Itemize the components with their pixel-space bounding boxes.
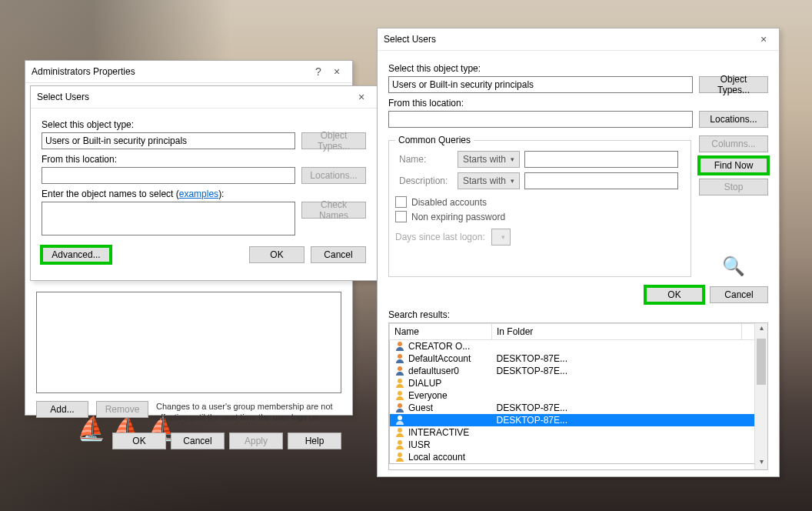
table-row[interactable]: DESKTOP-87E... xyxy=(390,414,767,426)
scroll-up-icon[interactable]: ▴ xyxy=(755,323,767,336)
table-row[interactable]: CREATOR O... xyxy=(390,340,767,353)
search-results-list[interactable]: Name In Folder CREATOR O...DefaultAccoun… xyxy=(388,322,768,470)
non-expiring-label: Non expiring password xyxy=(411,212,505,222)
result-folder xyxy=(492,451,742,464)
svg-point-5 xyxy=(398,403,402,408)
group-icon xyxy=(394,452,405,463)
select-users-dialog: Select Users × Select this object type: … xyxy=(30,85,378,281)
user-icon xyxy=(394,415,405,426)
object-type-input[interactable] xyxy=(388,76,693,93)
cancel-button[interactable]: Cancel xyxy=(311,246,366,263)
add-button[interactable]: Add... xyxy=(36,401,88,418)
check-names-button[interactable]: Check Names xyxy=(301,202,366,219)
object-names-textarea[interactable] xyxy=(42,202,295,235)
from-location-label: From this location: xyxy=(42,154,366,165)
result-name: Local account xyxy=(408,452,465,463)
result-folder: DESKTOP-87E... xyxy=(492,352,742,365)
locations-button[interactable]: Locations... xyxy=(699,111,768,128)
remove-button[interactable]: Remove xyxy=(96,401,148,418)
scroll-thumb[interactable] xyxy=(757,339,766,385)
user-icon xyxy=(394,402,405,413)
from-location-input[interactable] xyxy=(388,111,693,128)
table-row[interactable]: INTERACTIVE xyxy=(390,426,767,439)
examples-link[interactable]: examples xyxy=(179,189,218,199)
search-results-label: Search results: xyxy=(388,309,768,320)
svg-point-9 xyxy=(398,453,402,457)
object-types-button[interactable]: Object Types... xyxy=(699,76,768,93)
disabled-accounts-label: Disabled accounts xyxy=(411,197,487,208)
svg-point-0 xyxy=(398,342,402,346)
svg-point-6 xyxy=(398,416,402,420)
non-expiring-checkbox[interactable] xyxy=(395,211,407,222)
close-button[interactable]: × xyxy=(754,33,773,45)
apply-button[interactable]: Apply xyxy=(229,433,283,449)
ok-button[interactable]: OK xyxy=(249,246,304,263)
scrollbar[interactable]: ▴ ▾ xyxy=(754,323,767,469)
ok-button[interactable]: OK xyxy=(112,433,166,449)
table-row[interactable]: IUSR xyxy=(390,439,767,451)
name-match-dropdown[interactable]: Starts with▾ xyxy=(458,151,520,168)
scroll-down-icon[interactable]: ▾ xyxy=(755,457,767,469)
table-row[interactable]: Everyone xyxy=(390,389,767,402)
user-icon xyxy=(394,341,405,352)
find-now-button[interactable]: Find Now xyxy=(699,157,768,174)
table-row[interactable]: defaultuser0DESKTOP-87E... xyxy=(390,365,767,377)
description-label: Description: xyxy=(398,172,454,190)
column-header-name[interactable]: Name xyxy=(390,324,492,340)
name-filter-input[interactable] xyxy=(524,151,678,168)
result-folder xyxy=(492,340,742,353)
object-type-label: Select this object type: xyxy=(388,63,768,74)
column-header-folder[interactable]: In Folder xyxy=(492,324,742,340)
window-title: Administrators Properties xyxy=(32,66,135,77)
cancel-button[interactable]: Cancel xyxy=(710,286,768,303)
result-folder xyxy=(492,389,742,402)
result-name: INTERACTIVE xyxy=(408,427,469,438)
result-name: IUSR xyxy=(408,439,431,450)
advanced-button[interactable]: Advanced... xyxy=(42,246,111,263)
description-filter-input[interactable] xyxy=(524,172,678,189)
result-name: CREATOR O... xyxy=(408,341,470,352)
columns-button[interactable]: Columns... xyxy=(699,135,768,152)
object-types-button[interactable]: Object Types... xyxy=(301,132,366,149)
close-button[interactable]: × xyxy=(328,65,346,78)
titlebar[interactable]: Select Users × xyxy=(378,28,779,51)
object-type-label: Select this object type: xyxy=(42,119,366,130)
days-since-dropdown: ▾ xyxy=(491,229,511,245)
result-name: Everyone xyxy=(408,390,448,401)
group-icon xyxy=(394,378,405,389)
members-listbox[interactable] xyxy=(36,292,341,393)
result-name: Guest xyxy=(408,402,433,413)
days-since-label: Days since last logon: xyxy=(395,232,485,242)
result-folder: DESKTOP-87E... xyxy=(492,402,742,414)
help-button[interactable]: ? xyxy=(309,65,328,78)
close-button[interactable]: × xyxy=(352,91,371,103)
stop-button[interactable]: Stop xyxy=(699,179,768,195)
svg-point-8 xyxy=(398,440,402,445)
from-location-input[interactable] xyxy=(42,167,295,184)
user-icon xyxy=(394,353,405,364)
result-folder xyxy=(492,439,742,451)
membership-note: Changes to a user's group membership are… xyxy=(156,401,341,423)
titlebar[interactable]: Select Users × xyxy=(31,86,377,109)
object-type-input[interactable] xyxy=(42,132,295,149)
administrators-properties-window: Administrators Properties ? × Select Use… xyxy=(25,60,353,416)
group-icon xyxy=(394,427,405,438)
svg-point-7 xyxy=(398,428,402,433)
user-icon xyxy=(394,366,405,376)
titlebar[interactable]: Administrators Properties ? × xyxy=(25,61,352,83)
ok-button[interactable]: OK xyxy=(645,286,704,303)
search-icon: 🔍 xyxy=(699,256,768,277)
help-button[interactable]: Help xyxy=(288,433,341,449)
table-row[interactable]: GuestDESKTOP-87E... xyxy=(390,402,767,414)
table-row[interactable]: DIALUP xyxy=(390,377,767,389)
result-folder: DESKTOP-87E... xyxy=(492,414,742,426)
table-row[interactable]: Local account xyxy=(390,451,767,464)
disabled-accounts-checkbox[interactable] xyxy=(395,196,407,208)
result-name: DefaultAccount xyxy=(408,353,471,364)
cancel-button[interactable]: Cancel xyxy=(171,433,225,449)
description-match-dropdown[interactable]: Starts with▾ xyxy=(458,172,520,189)
table-row[interactable]: DefaultAccountDESKTOP-87E... xyxy=(390,352,767,365)
svg-point-4 xyxy=(398,391,402,396)
svg-point-3 xyxy=(398,379,402,383)
locations-button[interactable]: Locations... xyxy=(301,167,366,184)
